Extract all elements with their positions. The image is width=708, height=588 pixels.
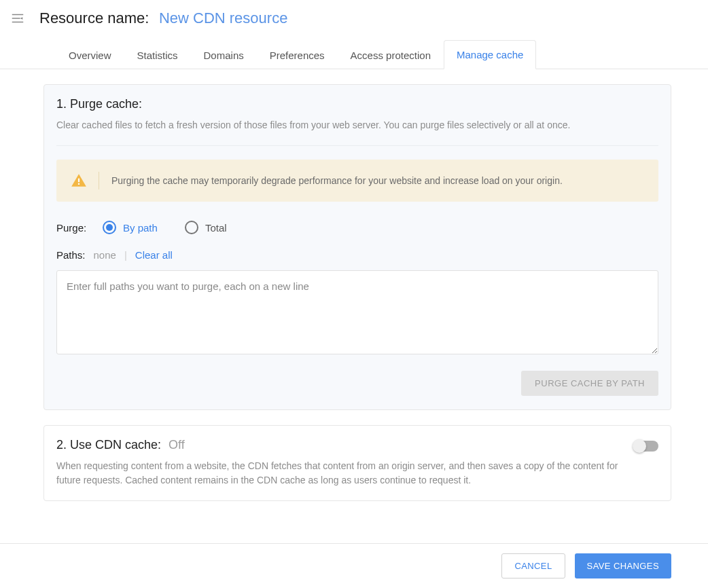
- paths-row: Paths: none | Clear all: [56, 249, 658, 261]
- radio-circle-icon: [103, 221, 116, 234]
- cdn-cache-toggle[interactable]: [634, 441, 658, 452]
- tabs-bar: Overview Statistics Domains Preferences …: [0, 27, 708, 69]
- purge-mode-row: Purge: By path Total: [56, 221, 658, 234]
- cdn-cache-description: When requesting content from a website, …: [56, 459, 634, 487]
- purge-cache-description: Clear cached files to fetch a fresh vers…: [56, 118, 658, 132]
- cdn-cache-title: 2. Use CDN cache: Off: [56, 438, 634, 452]
- radio-circle-icon: [185, 221, 198, 234]
- clear-all-link[interactable]: Clear all: [135, 249, 173, 261]
- purge-cache-button[interactable]: PURGE CACHE BY PATH: [521, 371, 658, 396]
- paths-value: none: [94, 249, 116, 261]
- paths-textarea[interactable]: [56, 270, 658, 354]
- tab-statistics[interactable]: Statistics: [124, 41, 191, 69]
- radio-total[interactable]: Total: [185, 221, 227, 234]
- warning-text: Purging the cache may temporarily degrad…: [111, 175, 563, 186]
- header-label: Resource name:: [39, 10, 149, 26]
- cancel-button[interactable]: CANCEL: [501, 553, 565, 578]
- svg-rect-3: [78, 179, 79, 182]
- separator: |: [124, 249, 127, 261]
- purge-label: Purge:: [56, 222, 90, 234]
- tab-preferences[interactable]: Preferences: [257, 41, 338, 69]
- svg-rect-4: [78, 183, 79, 185]
- save-changes-button[interactable]: SAVE CHANGES: [575, 553, 671, 578]
- radio-by-path-label: By path: [123, 222, 158, 234]
- tab-overview[interactable]: Overview: [56, 41, 124, 69]
- content-area: 1. Purge cache: Clear cached files to fe…: [0, 69, 708, 501]
- cdn-cache-title-text: 2. Use CDN cache:: [56, 438, 161, 452]
- purge-cache-panel: 1. Purge cache: Clear cached files to fe…: [43, 84, 671, 410]
- toggle-knob-icon: [633, 439, 646, 453]
- resource-name-link[interactable]: New CDN resource: [159, 10, 288, 26]
- radio-total-label: Total: [205, 222, 227, 234]
- purge-cache-title: 1. Purge cache:: [56, 97, 658, 111]
- page-header: Resource name: New CDN resource: [0, 0, 708, 27]
- warning-icon: [70, 172, 99, 189]
- tab-manage-cache[interactable]: Manage cache: [444, 40, 536, 69]
- purge-button-row: PURGE CACHE BY PATH: [56, 371, 658, 396]
- cdn-cache-status: Off: [169, 438, 185, 452]
- footer-bar: CANCEL SAVE CHANGES: [0, 543, 708, 588]
- purge-radio-group: By path Total: [103, 221, 227, 234]
- tab-domains[interactable]: Domains: [191, 41, 257, 69]
- divider: [56, 145, 658, 146]
- cdn-cache-panel: 2. Use CDN cache: Off When requesting co…: [43, 425, 671, 501]
- tab-access-protection[interactable]: Access protection: [338, 41, 444, 69]
- warning-box: Purging the cache may temporarily degrad…: [56, 160, 658, 202]
- paths-label: Paths:: [56, 249, 86, 261]
- radio-by-path[interactable]: By path: [103, 221, 158, 234]
- menu-collapse-icon[interactable]: [10, 10, 26, 26]
